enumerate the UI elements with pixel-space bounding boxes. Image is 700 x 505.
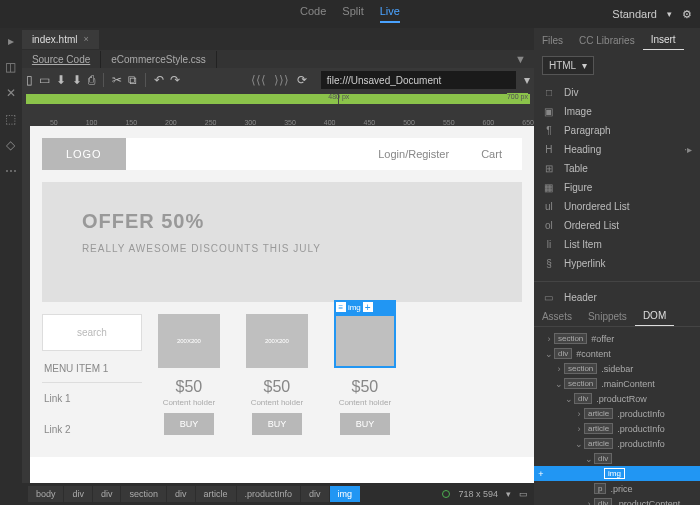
copy-icon[interactable]: ⧉ [128, 73, 137, 87]
tab-assets[interactable]: Assets [534, 307, 580, 326]
new-icon[interactable]: ▯ [26, 73, 33, 87]
tab-insert[interactable]: Insert [643, 30, 684, 50]
item-label: Ordered List [564, 220, 619, 231]
content-holder: Content holder [154, 398, 224, 407]
dom-row[interactable]: ›article.productInfo [534, 406, 700, 421]
status-bar: body div div section div article .produc… [22, 483, 534, 505]
subtab-source[interactable]: Source Code [22, 51, 101, 68]
buy-button[interactable]: BUY [340, 413, 391, 435]
tab-snippets[interactable]: Snippets [580, 307, 635, 326]
dom-row[interactable]: ›section.sidebar [534, 361, 700, 376]
search-input[interactable]: search [42, 314, 142, 351]
dom-row[interactable]: ›section#offer [534, 331, 700, 346]
insert-item[interactable]: liList Item [534, 235, 700, 254]
insert-category-dropdown[interactable]: HTML▾ [542, 56, 594, 75]
breadcrumb-item[interactable]: section [121, 486, 166, 502]
print-icon[interactable]: ⎙ [88, 73, 95, 87]
gear-icon[interactable]: ⚙ [682, 8, 692, 21]
view-split[interactable]: Split [342, 5, 363, 23]
address-bar[interactable]: file:///Unsaved_Document [321, 71, 516, 89]
nav-fwd-icon[interactable]: ⟩⟩⟩ [274, 73, 289, 87]
element-select-bar[interactable]: ≡ img + [334, 300, 396, 314]
tab-dom[interactable]: DOM [635, 306, 674, 326]
dom-row[interactable]: ›div.productContent [534, 496, 700, 505]
buy-button[interactable]: BUY [164, 413, 215, 435]
dom-row[interactable]: ⌄section.mainContent [534, 376, 700, 391]
redo-icon[interactable]: ↷ [170, 73, 180, 87]
dom-row[interactable]: ⌄article.productInfo [534, 436, 700, 451]
dom-row[interactable]: ›article.productInfo [534, 421, 700, 436]
live-preview[interactable]: LOGO Login/Register Cart OFFER 50% REALL… [30, 126, 534, 483]
dom-row[interactable]: ⌄div [534, 451, 700, 466]
tool-icon[interactable]: ◇ [6, 138, 15, 152]
login-link[interactable]: Login/Register [378, 148, 449, 160]
tab-files[interactable]: Files [534, 31, 571, 50]
media-query-bar[interactable]: 480 px 700 px [26, 94, 530, 104]
insert-item[interactable]: ¶Paragraph [534, 121, 700, 140]
sidebar-link[interactable]: Link 1 [42, 383, 142, 414]
tool-icon[interactable]: ✕ [6, 86, 16, 100]
offer-banner: OFFER 50% REALLY AWESOME DISCOUNTS THIS … [42, 182, 522, 302]
content-holder: Content holder [242, 398, 312, 407]
breadcrumb-item[interactable]: .productInfo [237, 486, 301, 502]
cut-icon[interactable]: ✂ [112, 73, 122, 87]
plus-icon[interactable]: + [363, 302, 373, 312]
workspace-dropdown[interactable]: Standard [612, 8, 657, 20]
tool-icon[interactable]: ◫ [5, 60, 16, 74]
dom-row[interactable]: ⌄div#content [534, 346, 700, 361]
dom-tree[interactable]: ›section#offer⌄div#content›section.sideb… [534, 327, 700, 505]
dom-row[interactable]: ⌄div.productRow [534, 391, 700, 406]
dom-row[interactable]: p.price [534, 481, 700, 496]
insert-item[interactable]: ▭Header [534, 288, 700, 307]
chevron-down-icon[interactable]: ▾ [667, 9, 672, 19]
cart-link[interactable]: Cart [481, 148, 502, 160]
insert-item[interactable]: ⊞Table [534, 159, 700, 178]
insert-item[interactable]: ▦Figure [534, 178, 700, 197]
insert-item[interactable]: olOrdered List [534, 216, 700, 235]
view-code[interactable]: Code [300, 5, 326, 23]
subtab-css[interactable]: eCommerceStyle.css [101, 51, 216, 68]
saveall-icon[interactable]: ⬇ [72, 73, 82, 87]
add-icon[interactable]: + [534, 469, 548, 479]
product-image[interactable]: 200X200 [246, 314, 308, 368]
sidebar-link[interactable]: Link 2 [42, 414, 142, 445]
dropdown-icon[interactable]: ▾ [524, 73, 530, 87]
menu-icon[interactable]: ≡ [336, 302, 346, 312]
view-mode-switch: Code Split Live [300, 5, 400, 23]
breadcrumb-item[interactable]: article [196, 486, 236, 502]
tool-icon[interactable]: ⬚ [5, 112, 16, 126]
tool-icon[interactable]: ▸ [8, 34, 14, 48]
file-tab[interactable]: index.html × [22, 30, 99, 49]
breadcrumb-item[interactable]: div [301, 486, 329, 502]
nav-back-icon[interactable]: ⟨⟨⟨ [251, 73, 266, 87]
open-icon[interactable]: ▭ [39, 73, 50, 87]
close-icon[interactable]: × [83, 34, 88, 44]
dom-row[interactable]: +img [534, 466, 700, 481]
product-image[interactable]: 200X200 [158, 314, 220, 368]
chevron-right-icon: ·▸ [684, 144, 692, 155]
filter-icon[interactable]: ▼ [515, 53, 534, 65]
price: $50 [330, 378, 400, 396]
breadcrumb-item[interactable]: div [64, 486, 92, 502]
status-dot-icon [442, 490, 450, 498]
device-icon[interactable]: ▭ [519, 489, 528, 499]
breadcrumb-item[interactable]: div [167, 486, 195, 502]
insert-item[interactable]: ulUnordered List [534, 197, 700, 216]
more-icon[interactable]: ⋯ [5, 164, 17, 178]
insert-item[interactable]: §Hyperlink [534, 254, 700, 273]
save-icon[interactable]: ⬇ [56, 73, 66, 87]
breadcrumb-item-active[interactable]: img [330, 486, 361, 502]
breadcrumb-item[interactable]: div [93, 486, 121, 502]
item-label: Image [564, 106, 592, 117]
breadcrumb-item[interactable]: body [28, 486, 64, 502]
chevron-down-icon[interactable]: ▾ [506, 489, 511, 499]
product-image-selected[interactable]: ≡ img + [334, 314, 396, 368]
reload-icon[interactable]: ⟳ [297, 73, 307, 87]
buy-button[interactable]: BUY [252, 413, 303, 435]
view-live[interactable]: Live [380, 5, 400, 23]
insert-item[interactable]: HHeading·▸ [534, 140, 700, 159]
insert-item[interactable]: ▣Image [534, 102, 700, 121]
undo-icon[interactable]: ↶ [154, 73, 164, 87]
insert-item[interactable]: □Div [534, 83, 700, 102]
tab-cc-libraries[interactable]: CC Libraries [571, 31, 643, 50]
